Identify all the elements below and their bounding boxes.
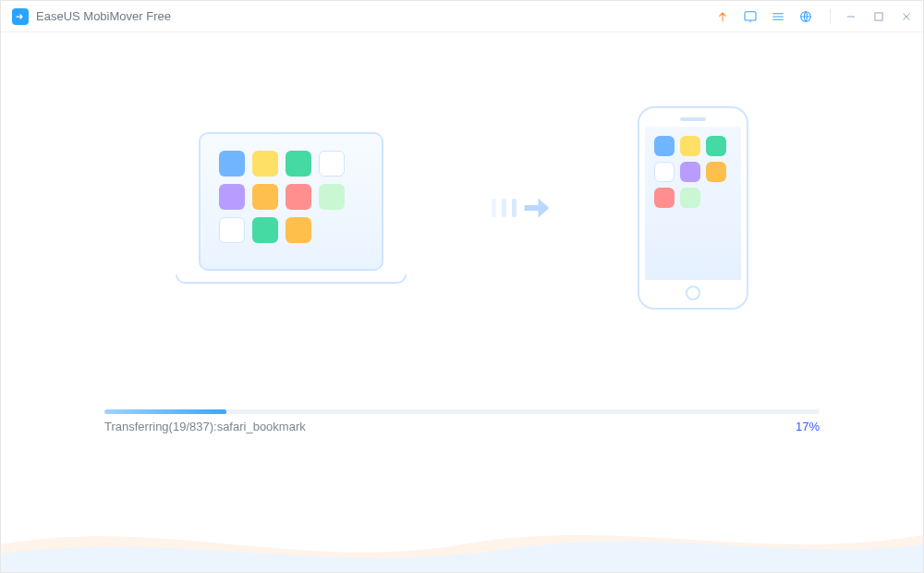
titlebar-actions (715, 9, 813, 24)
app-title: EaseUS MobiMover Free (36, 9, 171, 23)
globe-icon[interactable] (798, 9, 813, 24)
target-device-phone (638, 106, 748, 310)
app-tile (706, 162, 726, 182)
app-tile (319, 184, 345, 210)
app-logo-icon (12, 8, 29, 25)
app-tile (680, 188, 700, 208)
progress-section: Transferring(19/837):safari_bookmark 17% (104, 409, 820, 433)
source-device-laptop (176, 132, 407, 284)
progress-status-text: Transferring(19/837):safari_bookmark (104, 420, 306, 433)
progress-bar (104, 409, 820, 414)
progress-bar-fill (104, 409, 226, 414)
app-tile (319, 151, 345, 177)
transfer-illustration (176, 97, 748, 319)
titlebar-divider (830, 9, 831, 24)
svg-rect-0 (745, 11, 756, 19)
app-tile (654, 188, 675, 208)
menu-icon[interactable] (771, 9, 785, 24)
app-tile (286, 217, 311, 243)
minimize-button[interactable] (844, 9, 858, 24)
feedback-icon[interactable] (743, 9, 758, 24)
app-tile (219, 151, 245, 177)
upgrade-icon[interactable] (715, 9, 730, 24)
close-button[interactable] (899, 9, 914, 24)
app-tile (654, 162, 675, 182)
app-tile (706, 136, 726, 156)
app-tile (680, 136, 700, 156)
phone-home-button (686, 286, 700, 300)
transfer-arrow-icon (492, 191, 553, 225)
phone-screen (645, 127, 741, 280)
titlebar: EaseUS MobiMover Free (1, 1, 923, 32)
app-tile (286, 184, 311, 210)
progress-percent: 17% (796, 420, 820, 433)
svg-rect-2 (875, 12, 882, 19)
app-tile (219, 217, 245, 243)
app-tile (286, 151, 311, 177)
app-tile (252, 217, 278, 243)
window-controls (844, 9, 914, 24)
laptop-screen (199, 132, 383, 271)
laptop-base (176, 274, 407, 284)
app-tile (680, 162, 700, 182)
phone-speaker (680, 117, 706, 121)
app-tile (219, 184, 245, 210)
app-tile (252, 184, 278, 210)
footer-wave (1, 507, 923, 572)
maximize-button[interactable] (871, 9, 886, 24)
app-tile (252, 151, 278, 177)
app-tile (654, 136, 675, 156)
